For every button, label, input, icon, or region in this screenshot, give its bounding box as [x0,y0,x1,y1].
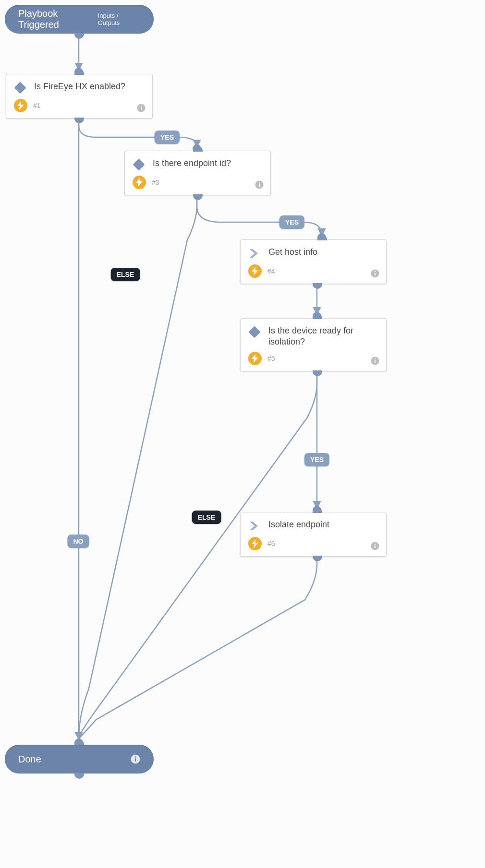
branch-tag-yes-5: YES [304,453,329,466]
step-4-card[interactable]: Get host info #4 [240,239,387,284]
info-icon[interactable] [371,269,379,278]
port-out [74,33,84,39]
svg-rect-16 [375,360,376,363]
end-node[interactable]: Done [5,745,154,773]
step-1-card[interactable]: Is FireEye HX enabled? #1 [6,74,153,119]
svg-rect-7 [141,107,142,110]
port-out [313,370,322,376]
info-icon[interactable] [255,180,264,189]
step-6-title: Isolate endpoint [268,519,329,530]
diamond-icon [133,158,145,171]
diamond-icon [14,82,26,94]
svg-point-23 [135,756,136,758]
branch-tag-yes-1: YES [155,131,180,144]
info-icon[interactable] [131,754,140,764]
start-io-label[interactable]: Inputs / Outputs [98,12,140,26]
lightning-icon [248,264,262,278]
port-in [317,235,327,240]
port-in [74,69,84,75]
port-in [193,146,203,152]
diamond-icon [248,326,261,338]
step-4-title: Get host info [268,247,317,258]
port-out [313,283,322,289]
svg-rect-22 [135,758,136,761]
lightning-icon [14,99,27,112]
port-in [313,313,322,319]
info-icon[interactable] [371,542,379,550]
svg-point-8 [141,106,142,107]
branch-tag-yes-3: YES [279,215,304,229]
step-6-id: #6 [267,540,275,547]
chevron-icon [248,247,261,260]
branch-tag-no-1: NO [68,535,89,548]
svg-point-14 [375,271,376,272]
svg-point-20 [375,544,376,545]
chevron-icon [248,520,261,532]
end-title: Done [18,754,41,765]
step-4-id: #4 [267,267,275,275]
info-icon[interactable] [371,357,379,365]
branch-tag-else-5: ELSE [192,511,221,524]
step-5-card[interactable]: Is the device ready for isolation? #5 [240,318,387,371]
svg-rect-13 [375,273,376,276]
svg-rect-19 [375,546,376,548]
port-out [313,556,322,561]
start-title: Playbook Triggered [18,8,98,30]
step-5-title: Is the device ready for isolation? [268,325,378,347]
port-out [74,118,84,123]
step-5-id: #5 [267,355,275,362]
step-6-card[interactable]: Isolate endpoint #6 [240,512,387,557]
port-out [193,194,203,200]
step-3-card[interactable]: Is there endpoint id? #3 [124,151,271,195]
port-out [74,773,84,779]
info-icon[interactable] [137,104,146,112]
lightning-icon [133,176,146,189]
svg-point-17 [375,358,376,359]
lightning-icon [248,352,262,365]
port-in [74,739,84,745]
branch-tag-else-3: ELSE [111,268,140,281]
svg-rect-10 [259,184,260,187]
lightning-icon [248,537,262,550]
svg-point-11 [259,182,260,183]
start-node[interactable]: Playbook Triggered Inputs / Outputs [5,5,154,34]
step-3-id: #3 [152,178,159,186]
step-1-id: #1 [33,102,41,109]
step-1-title: Is FireEye HX enabled? [34,81,125,92]
flow-edges [0,0,485,868]
port-in [313,507,322,513]
step-3-title: Is there endpoint id? [153,158,231,169]
